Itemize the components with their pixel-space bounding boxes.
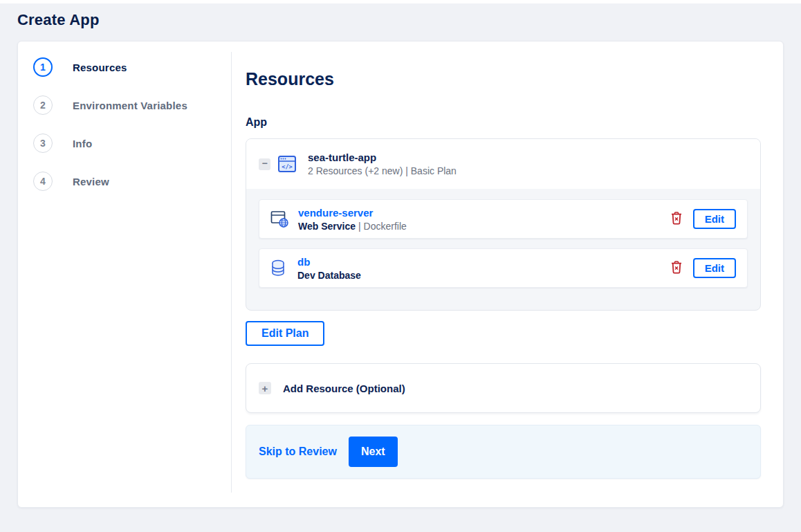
web-service-icon [270, 210, 289, 228]
page-header: Create App [0, 3, 801, 29]
resource-row-db: db Dev Database [259, 248, 748, 288]
edit-plan-button[interactable]: Edit Plan [246, 321, 324, 346]
resource-meta: Web Service| Dockerfile [298, 221, 670, 232]
app-section-label: App [246, 116, 761, 129]
step-number-badge: 2 [33, 95, 53, 115]
minus-icon: − [261, 158, 267, 169]
edit-resource-button[interactable]: Edit [693, 209, 736, 229]
step-number-badge: 3 [33, 134, 53, 153]
app-name: sea-turtle-app [308, 152, 457, 163]
wizard-stepper: 1 Resources 2 Environment Variables 3 In… [18, 42, 231, 507]
step-number-badge: 1 [33, 57, 53, 77]
app-header-text: sea-turtle-app 2 Resources (+2 new) | Ba… [308, 152, 457, 176]
step-info[interactable]: 3 Info [33, 134, 231, 153]
delete-resource-button[interactable] [670, 259, 683, 277]
edit-resource-button[interactable]: Edit [693, 258, 736, 278]
delete-resource-button[interactable] [670, 210, 683, 228]
trash-icon [671, 212, 682, 227]
step-environment-variables[interactable]: 2 Environment Variables [33, 95, 231, 115]
app-card-header: − </> sea-turtle-app 2 Resources (+2 new… [246, 139, 760, 189]
resources-step-pane: Resources App − </> [232, 42, 783, 507]
trash-icon [671, 261, 682, 276]
resource-row-vendure-server: vendure-server Web Service| Dockerfile [259, 199, 748, 239]
resource-type: Web Service [298, 221, 356, 232]
resource-name-link[interactable]: vendure-server [298, 207, 373, 219]
next-button[interactable]: Next [349, 437, 398, 467]
resource-text: vendure-server Web Service| Dockerfile [298, 207, 670, 232]
step-number-badge: 4 [33, 172, 53, 191]
app-resources-list: vendure-server Web Service| Dockerfile [246, 189, 760, 310]
step-label: Info [73, 138, 92, 149]
step-label: Environment Variables [73, 100, 187, 111]
step-review[interactable]: 4 Review [33, 172, 231, 191]
resource-detail: | Dockerfile [358, 221, 407, 232]
step-heading: Resources [246, 69, 761, 89]
resource-type: Dev Database [297, 270, 361, 281]
step-label: Review [73, 176, 109, 187]
app-summary: 2 Resources (+2 new) | Basic Plan [308, 165, 457, 176]
step-resources[interactable]: 1 Resources [33, 57, 231, 77]
resource-text: db Dev Database [297, 256, 670, 281]
add-resource-label: Add Resource (Optional) [283, 383, 405, 394]
skip-to-review-link[interactable]: Skip to Review [259, 446, 337, 458]
plus-icon: + [259, 382, 271, 394]
add-resource-section[interactable]: + Add Resource (Optional) [246, 363, 761, 413]
database-icon [270, 259, 288, 277]
resource-meta: Dev Database [297, 270, 670, 281]
page-title: Create App [17, 11, 784, 29]
wizard-footer: Skip to Review Next [246, 425, 761, 479]
svg-text:</>: </> [282, 163, 292, 170]
collapse-app-button[interactable]: − [259, 158, 270, 170]
code-window-icon: </> [277, 154, 297, 174]
create-app-wizard-card: 1 Resources 2 Environment Variables 3 In… [17, 41, 784, 508]
step-label: Resources [73, 62, 127, 73]
resource-name-link[interactable]: db [297, 256, 310, 268]
app-card: − </> sea-turtle-app 2 Resources (+2 new… [246, 138, 761, 311]
